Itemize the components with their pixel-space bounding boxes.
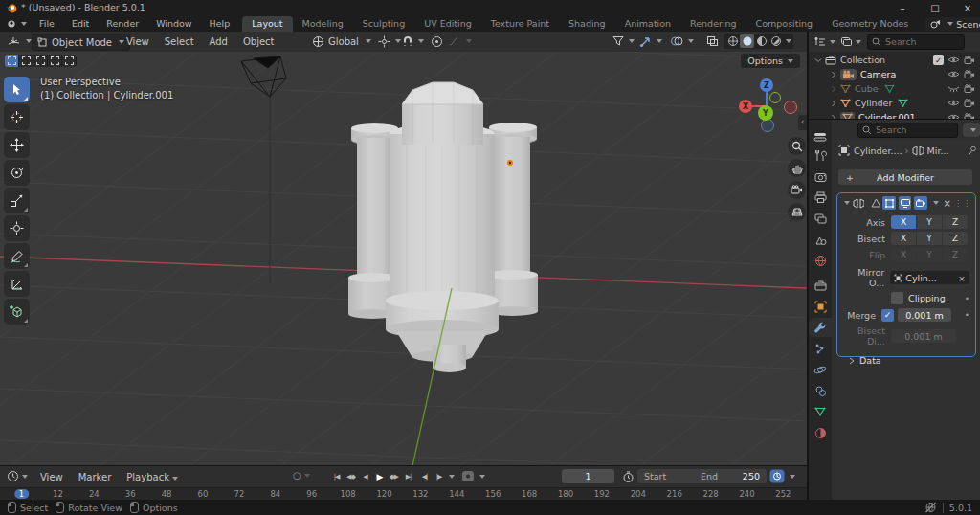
chevron-right-icon[interactable] xyxy=(830,85,837,93)
ruler-frame-252[interactable]: 252 xyxy=(775,489,791,499)
ruler-frame-216[interactable]: 216 xyxy=(667,489,682,499)
falloff-button[interactable] xyxy=(447,34,474,49)
expand-chevron[interactable] xyxy=(830,100,837,107)
3d-viewport[interactable]: Options User Perspective (1) Collection … xyxy=(0,52,807,466)
timeline-menu-playback[interactable]: Playback xyxy=(119,467,186,487)
collapse-chevron[interactable] xyxy=(814,56,822,64)
use-preview-range-icon[interactable] xyxy=(622,471,635,483)
clipping-checkbox[interactable] xyxy=(891,292,903,304)
ruler-frame-72[interactable]: 72 xyxy=(234,489,244,499)
viewport-timeline-divider[interactable] xyxy=(0,465,807,466)
ruler-frame-48[interactable]: 48 xyxy=(162,489,172,499)
shading-wireframe-button[interactable] xyxy=(725,34,740,48)
minimize-button[interactable]: – xyxy=(892,1,913,15)
shading-rendered-button[interactable] xyxy=(768,34,783,48)
tab-view-layer[interactable] xyxy=(809,209,832,228)
jump-to-start-button[interactable]: |◀ xyxy=(329,470,344,483)
next-keyframe-button[interactable]: ◆▶ xyxy=(387,470,401,483)
bisect-distance-field[interactable]: 0.001 m xyxy=(891,329,956,343)
play-reverse-button[interactable]: ◀ xyxy=(358,470,372,483)
ruler-frame-60[interactable]: 60 xyxy=(198,489,209,499)
eye-open-icon[interactable] xyxy=(947,56,960,64)
snap-button[interactable] xyxy=(400,34,426,49)
pan-hand-icon[interactable] xyxy=(788,159,806,177)
render-visibility-icon[interactable] xyxy=(964,56,975,65)
viewport-menu-add[interactable]: Add xyxy=(202,32,235,52)
expand-chevron[interactable] xyxy=(830,71,837,78)
axis-toggle-y[interactable]: Y xyxy=(917,215,942,229)
ruler-frame-36[interactable]: 36 xyxy=(125,489,136,499)
keying-popover-button[interactable] xyxy=(461,470,485,482)
camera-object[interactable] xyxy=(241,56,286,284)
overlays-button[interactable] xyxy=(668,34,696,49)
render-visibility-icon[interactable] xyxy=(964,70,975,79)
workspace-tab-geometry-nodes[interactable]: Geometry Nodes xyxy=(822,16,918,32)
workspace-tab-uv-editing[interactable]: UV Editing xyxy=(414,16,481,32)
outliner-filter-button[interactable] xyxy=(814,36,835,47)
tool-add-primitive[interactable] xyxy=(4,299,30,325)
play-button[interactable]: ▶ xyxy=(372,470,387,483)
select-invert-button[interactable] xyxy=(48,55,62,67)
render-visibility-icon[interactable] xyxy=(964,99,975,108)
workspace-tab-shading[interactable]: Shading xyxy=(559,16,615,32)
axis-toggle-z[interactable]: Z xyxy=(943,232,968,245)
drag-handle-icon[interactable]: ⋮⋮ xyxy=(954,199,971,208)
ruler-frame-180[interactable]: 180 xyxy=(558,489,573,499)
proportional-editing-button[interactable] xyxy=(429,34,445,49)
axis-toggle-y[interactable]: Y xyxy=(917,232,942,245)
workspace-tab-modeling[interactable]: Modeling xyxy=(293,16,353,32)
timeline-menu-view[interactable]: View xyxy=(33,467,71,487)
delete-modifier-icon[interactable]: × xyxy=(944,198,951,209)
select-subtract-button[interactable] xyxy=(33,55,48,67)
camera-view-icon[interactable] xyxy=(788,181,806,199)
eye-closed-icon[interactable] xyxy=(947,84,960,93)
tab-constraints[interactable] xyxy=(809,381,832,400)
ruler-frame-132[interactable]: 132 xyxy=(412,489,428,499)
axis-toggle-z[interactable]: Z xyxy=(943,248,968,261)
render-visibility-icon[interactable] xyxy=(964,99,975,108)
clear-object-icon[interactable]: × xyxy=(958,273,966,283)
eye-open-icon[interactable] xyxy=(947,99,960,107)
ruler-frame-192[interactable]: 192 xyxy=(594,489,610,499)
editor-type-button[interactable] xyxy=(5,34,33,49)
axis-toggle-x[interactable]: X xyxy=(891,215,916,229)
ruler-frame-84[interactable]: 84 xyxy=(270,489,280,499)
ruler-frame-228[interactable]: 228 xyxy=(702,489,718,499)
realtime-display-toggle[interactable] xyxy=(899,196,911,210)
workspace-tab-compositing[interactable]: Compositing xyxy=(746,16,823,32)
outliner-props-divider[interactable] xyxy=(809,119,980,120)
editmode-display-toggle[interactable] xyxy=(882,196,895,210)
menu-window[interactable]: Window xyxy=(147,16,200,32)
tab-world[interactable] xyxy=(809,251,832,270)
workspace-tab-rendering[interactable]: Rendering xyxy=(680,16,746,32)
close-button[interactable]: × xyxy=(957,1,978,15)
tab-data[interactable] xyxy=(809,402,832,421)
menu-render[interactable]: Render xyxy=(98,16,147,32)
scene-selector[interactable]: Scene × xyxy=(925,17,980,31)
network-offline-icon[interactable] xyxy=(924,502,937,513)
render-visibility-icon[interactable] xyxy=(964,70,975,79)
scene-name[interactable]: Scene xyxy=(956,19,980,30)
frame-end-field[interactable]: End 250 xyxy=(694,469,767,483)
viewport-menu-view[interactable]: View xyxy=(119,32,157,52)
outliner-row-cube[interactable]: Cube xyxy=(809,81,980,96)
ruler-frame-168[interactable]: 168 xyxy=(522,489,537,499)
tool-transform[interactable] xyxy=(4,215,30,241)
ruler-frame-108[interactable]: 108 xyxy=(340,489,355,499)
vertical-divider[interactable] xyxy=(807,32,809,500)
ruler-frame-24[interactable]: 24 xyxy=(89,489,100,499)
chevron-down-icon[interactable] xyxy=(814,56,822,64)
playback-sync-button[interactable] xyxy=(769,469,795,483)
tab-object[interactable] xyxy=(809,297,832,316)
tab-material[interactable] xyxy=(809,423,832,442)
prev-keyframe-button[interactable]: ◀◆ xyxy=(344,470,358,483)
pivot-point-button[interactable] xyxy=(376,34,403,49)
mode-selector[interactable]: Object Mode xyxy=(32,34,130,51)
xray-toggle[interactable] xyxy=(704,34,721,49)
eye-open-icon[interactable] xyxy=(947,56,960,64)
shading-material-button[interactable] xyxy=(754,34,768,48)
properties-options-button[interactable] xyxy=(963,123,980,137)
show-in-editmode-cage-icon[interactable] xyxy=(871,198,880,209)
outliner-row-cylinder[interactable]: Cylinder xyxy=(809,96,980,110)
tool-scale[interactable] xyxy=(4,188,30,213)
